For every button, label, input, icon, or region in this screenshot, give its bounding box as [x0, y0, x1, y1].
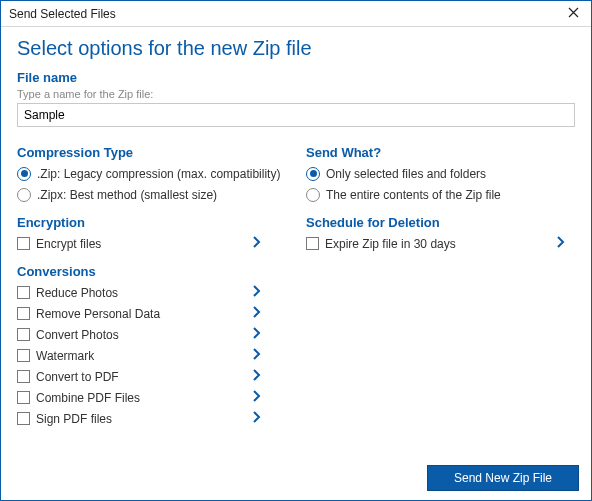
radio-label: Only selected files and folders: [326, 167, 486, 181]
close-icon: [568, 7, 579, 21]
chevron-right-icon[interactable]: [252, 326, 261, 343]
filename-hint: Type a name for the Zip file:: [17, 88, 575, 100]
radio-entire-contents[interactable]: The entire contents of the Zip file: [306, 184, 575, 205]
send-new-zip-button[interactable]: Send New Zip File: [427, 465, 579, 491]
chevron-right-icon[interactable]: [252, 284, 261, 301]
radio-unselected-icon: [17, 188, 31, 202]
options-columns: Compression Type .Zip: Legacy compressio…: [17, 139, 575, 429]
radio-label: The entire contents of the Zip file: [326, 188, 501, 202]
right-column: Send What? Only selected files and folde…: [306, 139, 575, 429]
checkbox-icon: [17, 286, 30, 299]
radio-zipx-best[interactable]: .Zipx: Best method (smallest size): [17, 184, 286, 205]
checkbox-expire-zip[interactable]: Expire Zip file in 30 days: [306, 233, 575, 254]
checkbox-label: Sign PDF files: [36, 412, 112, 426]
checkbox-icon: [17, 349, 30, 362]
checkbox-sign-pdf-files[interactable]: Sign PDF files: [17, 408, 286, 429]
filename-heading: File name: [17, 70, 575, 85]
checkbox-icon: [17, 307, 30, 320]
window-title: Send Selected Files: [9, 7, 116, 21]
checkbox-icon: [17, 237, 30, 250]
radio-only-selected[interactable]: Only selected files and folders: [306, 163, 575, 184]
radio-label: .Zipx: Best method (smallest size): [37, 188, 217, 202]
checkbox-label: Watermark: [36, 349, 94, 363]
chevron-right-icon[interactable]: [252, 347, 261, 364]
sendwhat-heading: Send What?: [306, 145, 575, 160]
dialog-window: Send Selected Files Select options for t…: [0, 0, 592, 501]
content-area: Select options for the new Zip file File…: [1, 27, 591, 456]
compression-heading: Compression Type: [17, 145, 286, 160]
left-column: Compression Type .Zip: Legacy compressio…: [17, 139, 306, 429]
radio-zip-legacy[interactable]: .Zip: Legacy compression (max. compatibi…: [17, 163, 286, 184]
chevron-right-icon[interactable]: [252, 389, 261, 406]
checkbox-remove-personal-data[interactable]: Remove Personal Data: [17, 303, 286, 324]
footer: Send New Zip File: [1, 456, 591, 500]
checkbox-label: Convert to PDF: [36, 370, 119, 384]
checkbox-label: Combine PDF Files: [36, 391, 140, 405]
filename-input[interactable]: [17, 103, 575, 127]
checkbox-watermark[interactable]: Watermark: [17, 345, 286, 366]
checkbox-icon: [306, 237, 319, 250]
checkbox-reduce-photos[interactable]: Reduce Photos: [17, 282, 286, 303]
checkbox-convert-photos[interactable]: Convert Photos: [17, 324, 286, 345]
chevron-right-icon[interactable]: [252, 235, 261, 252]
checkbox-icon: [17, 328, 30, 341]
checkbox-label: Remove Personal Data: [36, 307, 160, 321]
radio-unselected-icon: [306, 188, 320, 202]
chevron-right-icon[interactable]: [252, 368, 261, 385]
chevron-right-icon[interactable]: [556, 235, 565, 252]
checkbox-icon: [17, 370, 30, 383]
chevron-right-icon[interactable]: [252, 305, 261, 322]
checkbox-label: Reduce Photos: [36, 286, 118, 300]
radio-label: .Zip: Legacy compression (max. compatibi…: [37, 167, 280, 181]
page-title: Select options for the new Zip file: [17, 37, 575, 60]
close-button[interactable]: [563, 4, 583, 24]
checkbox-label: Expire Zip file in 30 days: [325, 237, 456, 251]
checkbox-label: Encrypt files: [36, 237, 101, 251]
radio-selected-icon: [17, 167, 31, 181]
checkbox-icon: [17, 412, 30, 425]
checkbox-convert-to-pdf[interactable]: Convert to PDF: [17, 366, 286, 387]
checkbox-label: Convert Photos: [36, 328, 119, 342]
chevron-right-icon[interactable]: [252, 410, 261, 427]
checkbox-combine-pdf-files[interactable]: Combine PDF Files: [17, 387, 286, 408]
checkbox-icon: [17, 391, 30, 404]
schedule-heading: Schedule for Deletion: [306, 215, 575, 230]
checkbox-encrypt-files[interactable]: Encrypt files: [17, 233, 286, 254]
filename-section: File name Type a name for the Zip file:: [17, 70, 575, 127]
radio-selected-icon: [306, 167, 320, 181]
conversions-heading: Conversions: [17, 264, 286, 279]
titlebar: Send Selected Files: [1, 1, 591, 27]
encryption-heading: Encryption: [17, 215, 286, 230]
